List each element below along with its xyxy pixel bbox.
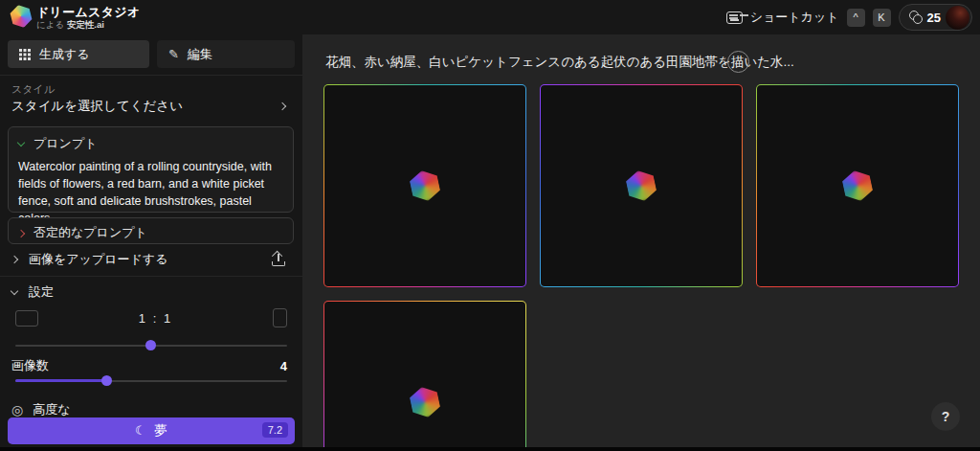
app-subtitle: による 安定性.ai xyxy=(36,19,104,32)
image-tile[interactable] xyxy=(323,301,526,447)
image-count-row: 画像数 4 xyxy=(11,357,291,374)
tab-generate-label: 生成する xyxy=(39,46,90,63)
dream-button-label-wrap: ☾ 夢 xyxy=(135,422,167,440)
grid-icon xyxy=(19,49,31,60)
upload-icon[interactable] xyxy=(272,253,285,266)
dream-cost-badge: 7.2 xyxy=(262,422,288,438)
tab-edit-label: 編集 xyxy=(188,46,212,63)
chevron-down-icon xyxy=(11,286,18,294)
image-count-label: 画像数 xyxy=(11,357,49,374)
advanced-label: 高度な xyxy=(33,401,70,418)
image-tile-loading xyxy=(541,85,742,286)
credits-count: 25 xyxy=(927,11,941,25)
image-tile[interactable] xyxy=(540,84,743,287)
aspect-ratio-slider[interactable] xyxy=(15,340,287,350)
window-bottom-edge xyxy=(0,447,980,451)
topbar-right: ショートカット ^ K 25 xyxy=(726,4,972,31)
negative-prompt-card[interactable]: 否定的なプロンプト xyxy=(8,217,294,244)
chevron-right-icon xyxy=(11,256,18,263)
pencil-icon: ✎ xyxy=(168,48,179,60)
help-button[interactable]: ? xyxy=(931,402,960,431)
portrait-icon[interactable] xyxy=(273,308,287,327)
dreamstudio-logo-icon xyxy=(7,2,34,30)
image-count-slider[interactable] xyxy=(15,375,287,385)
image-count-value: 4 xyxy=(280,359,287,373)
keyboard-icon xyxy=(726,11,743,24)
generation-prompt-summary: 花畑、赤い納屋、白いピケットフェンスのある起伏のある田園地帯を描いた水... xyxy=(325,54,718,71)
image-tile-loading xyxy=(324,85,525,286)
coins-icon xyxy=(909,11,923,24)
dreamstudio-app: ドリームスタジオ による 安定性.ai ショートカット ^ K 25 生成する … xyxy=(0,0,980,451)
dreamstudio-logo-icon xyxy=(622,168,660,204)
shortcuts-label[interactable]: ショートカット xyxy=(750,9,839,26)
app-subtitle-prefix: による xyxy=(36,19,64,30)
divider xyxy=(0,276,302,277)
negative-prompt-label: 否定的なプロンプト xyxy=(33,224,147,241)
prompt-header-label: プロンプト xyxy=(33,135,98,152)
landscape-icon[interactable] xyxy=(15,310,38,327)
style-section-label: スタイル xyxy=(11,82,55,97)
topbar: ドリームスタジオ による 安定性.ai ショートカット ^ K 25 xyxy=(0,0,980,34)
style-selector[interactable]: スタイルを選択してください xyxy=(11,98,291,115)
dreamstudio-logo-icon xyxy=(838,168,877,204)
moon-icon: ☾ xyxy=(135,423,146,438)
prompt-card: プロンプト Watercolor painting of a rolling c… xyxy=(8,126,294,213)
upload-image-row[interactable]: 画像をアップロードする xyxy=(11,251,291,268)
chevron-down-icon xyxy=(17,138,25,146)
shortcut-key-ctrl: ^ xyxy=(847,9,865,27)
settings-label: 設定 xyxy=(29,283,54,301)
advanced-row[interactable]: ◎ 高度な xyxy=(11,401,71,418)
app-subtitle-brand: 安定性.ai xyxy=(67,19,104,30)
chevron-right-icon xyxy=(278,102,286,110)
upload-image-label: 画像をアップロードする xyxy=(29,251,167,268)
avatar[interactable] xyxy=(946,6,969,30)
credits-pill[interactable]: 25 xyxy=(899,4,972,31)
arrow-left-icon: ← xyxy=(732,55,745,69)
negative-prompt-header: 否定的なプロンプト xyxy=(9,218,293,247)
slider-fill xyxy=(15,379,106,382)
slider-handle[interactable] xyxy=(101,375,112,386)
generation-area: 花畑、赤い納屋、白いピケットフェンスのある起伏のある田園地帯を描いた水... ← xyxy=(302,34,980,447)
shortcut-key-k: K xyxy=(873,9,891,27)
dream-button[interactable]: ☾ 夢 7.2 xyxy=(8,417,295,444)
help-button-label: ? xyxy=(942,409,950,424)
image-tile[interactable] xyxy=(323,84,526,287)
dream-button-label: 夢 xyxy=(155,422,168,440)
divider xyxy=(0,75,302,76)
chevron-right-icon xyxy=(17,229,25,237)
tab-generate[interactable]: 生成する xyxy=(8,40,149,68)
image-tile-loading xyxy=(757,85,958,286)
aspect-ratio-value: 1 : 1 xyxy=(139,311,172,326)
settings-header[interactable]: 設定 xyxy=(11,283,54,301)
dreamstudio-logo-icon xyxy=(406,384,444,420)
image-tile[interactable] xyxy=(756,84,959,287)
prompt-header[interactable]: プロンプト xyxy=(9,127,293,156)
advanced-icon: ◎ xyxy=(11,403,23,417)
slider-handle[interactable] xyxy=(145,340,156,350)
tab-edit[interactable]: ✎ 編集 xyxy=(157,40,295,68)
back-button[interactable]: ← xyxy=(727,51,749,73)
aspect-ratio-row: 1 : 1 xyxy=(15,308,287,327)
style-selector-value: スタイルを選択してください xyxy=(11,98,183,115)
dreamstudio-logo-icon xyxy=(406,168,444,204)
sidebar: 生成する ✎ 編集 スタイル スタイルを選択してください プロンプト Water… xyxy=(0,34,302,451)
image-tile-loading xyxy=(324,302,525,447)
